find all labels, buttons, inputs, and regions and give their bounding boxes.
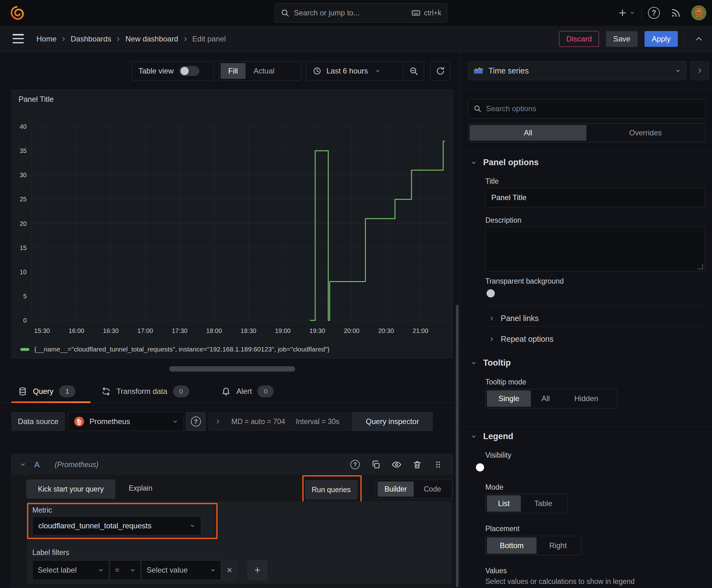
chevron-down-icon	[675, 68, 681, 74]
apply-button[interactable]: Apply	[645, 31, 678, 47]
select-value-dropdown[interactable]: Select value	[141, 560, 221, 580]
tooltip-all-option[interactable]: All	[532, 391, 560, 407]
tab-overrides[interactable]: Overrides	[587, 125, 704, 141]
tab-all-options[interactable]: All	[470, 125, 586, 141]
tooltip-hidden-option[interactable]: Hidden	[560, 391, 612, 407]
chevron-down-icon	[130, 568, 135, 573]
tooltip-single-option[interactable]: Single	[487, 391, 531, 407]
resize-handle-icon[interactable]	[697, 264, 703, 269]
code-option[interactable]: Code	[414, 482, 451, 497]
tab-transform[interactable]: Transform data 0	[102, 380, 189, 403]
collapse-options-button[interactable]	[692, 32, 706, 46]
legend-values-hint: Select values or calculations to show in…	[486, 577, 635, 586]
metric-select[interactable]: cloudflared_tunnel_total_requests	[33, 517, 201, 535]
database-icon	[18, 387, 27, 396]
discard-button[interactable]: Discard	[559, 31, 599, 47]
tooltip-section-title: Tooltip	[483, 358, 511, 368]
run-queries-button[interactable]: Run queries	[305, 480, 357, 499]
chevron-right-icon	[697, 67, 703, 74]
breadcrumb-home[interactable]: Home	[37, 35, 57, 43]
tooltip-mode-label: Tooltip mode	[486, 378, 526, 386]
svg-text:19:00: 19:00	[275, 327, 291, 334]
panel-options-header[interactable]: Panel options	[471, 158, 539, 167]
zoom-out-button[interactable]	[404, 62, 424, 80]
legend-list-option[interactable]: List	[487, 495, 521, 512]
svg-text:18:00: 18:00	[206, 327, 222, 334]
timeseries-chart[interactable]: 051015202530354015:3016:0016:3017:0017:3…	[12, 90, 453, 341]
fill-option[interactable]: Fill	[221, 63, 245, 79]
datasource-help-button[interactable]: ?	[186, 412, 206, 431]
drag-query-handle[interactable]	[431, 458, 445, 471]
svg-text:30: 30	[20, 171, 27, 178]
query-options-summary[interactable]: MD = auto = 704 Interval = 30s	[209, 412, 353, 431]
builder-option[interactable]: Builder	[377, 482, 414, 497]
query-help-button[interactable]: ?	[348, 458, 362, 471]
pane-resize-handle[interactable]	[169, 366, 295, 372]
help-button[interactable]: ?	[648, 7, 660, 19]
tab-query[interactable]: Query 1	[18, 380, 75, 403]
legend-visibility-label: Visibility	[486, 451, 511, 460]
chevron-right-icon	[215, 419, 221, 424]
refresh-button[interactable]	[430, 61, 451, 81]
main-scrollbar[interactable]	[456, 305, 459, 587]
grafana-logo[interactable]	[9, 5, 25, 21]
remove-filter-button[interactable]	[222, 560, 237, 580]
toggle-query-visibility-button[interactable]	[390, 458, 403, 471]
help-icon: ?	[648, 7, 660, 19]
legend-right-option[interactable]: Right	[537, 538, 579, 554]
query-builder-area: Metric cloudflared_tunnel_total_requests…	[27, 501, 451, 584]
breadcrumb-dashboards[interactable]: Dashboards	[71, 35, 111, 43]
hamburger-icon	[13, 34, 24, 36]
tooltip-section-header[interactable]: Tooltip	[471, 358, 511, 368]
table-view-toggle[interactable]	[179, 66, 199, 76]
plus-icon	[618, 8, 628, 18]
chevron-down-icon	[190, 523, 195, 529]
breadcrumb-separator-icon	[115, 37, 121, 42]
global-search-input[interactable]: Search or jump to... ctrl+k	[275, 3, 447, 23]
search-icon	[281, 8, 289, 17]
repeat-options-section[interactable]: Repeat options	[489, 335, 554, 344]
legend-bottom-option[interactable]: Bottom	[487, 538, 537, 554]
query-row-actions: ?	[348, 458, 445, 471]
select-label-dropdown[interactable]: Select label	[33, 560, 109, 580]
add-filter-button[interactable]	[248, 560, 267, 580]
legend-table-option[interactable]: Table	[521, 495, 565, 512]
legend-series-label[interactable]: {__name__="cloudflared_tunnel_total_requ…	[34, 345, 330, 353]
visualization-picker[interactable]: Time series	[468, 61, 686, 80]
delete-query-button[interactable]	[411, 458, 424, 471]
options-search[interactable]: Search options	[468, 99, 706, 119]
query-inspector-button[interactable]: Query inspector	[352, 412, 433, 431]
chevron-down-icon	[98, 568, 104, 573]
open-viz-list-button[interactable]	[691, 61, 709, 80]
legend-series-marker	[20, 348, 29, 351]
panel-title-input[interactable]	[486, 188, 705, 207]
operator-dropdown[interactable]: =	[110, 560, 141, 580]
top-nav: Search or jump to... ctrl+k ?	[0, 0, 712, 26]
collapse-query-icon[interactable]	[20, 461, 26, 468]
panel-links-section[interactable]: Panel links	[489, 314, 539, 323]
avatar-image	[691, 5, 706, 20]
kick-start-query-button[interactable]: Kick start your query	[26, 480, 115, 499]
news-button[interactable]	[671, 7, 681, 18]
user-avatar[interactable]	[691, 5, 706, 20]
time-range-picker[interactable]: Last 6 hours	[306, 67, 404, 76]
legend-section-header[interactable]: Legend	[471, 432, 513, 441]
close-icon	[226, 567, 233, 573]
tab-alert[interactable]: Alert 0	[221, 380, 274, 403]
add-new-button[interactable]	[618, 8, 635, 18]
datasource-picker[interactable]: Prometheus	[68, 412, 184, 431]
save-button[interactable]: Save	[606, 31, 638, 47]
duplicate-query-button[interactable]	[369, 458, 382, 471]
actual-option[interactable]: Actual	[246, 63, 282, 79]
help-icon: ?	[350, 460, 360, 469]
chevron-down-icon	[629, 10, 635, 16]
svg-text:25: 25	[20, 196, 27, 203]
tab-transform-label: Transform data	[116, 387, 167, 396]
clock-icon	[313, 67, 322, 76]
transparent-bg-label: Transparent background	[486, 277, 564, 286]
description-textarea[interactable]	[486, 227, 705, 271]
panel-options-title: Panel options	[483, 158, 539, 167]
menu-button[interactable]	[13, 34, 24, 43]
query-row-header[interactable]: A (Prometheus) ?	[12, 454, 453, 475]
breadcrumb-new-dashboard[interactable]: New dashboard	[125, 35, 178, 43]
